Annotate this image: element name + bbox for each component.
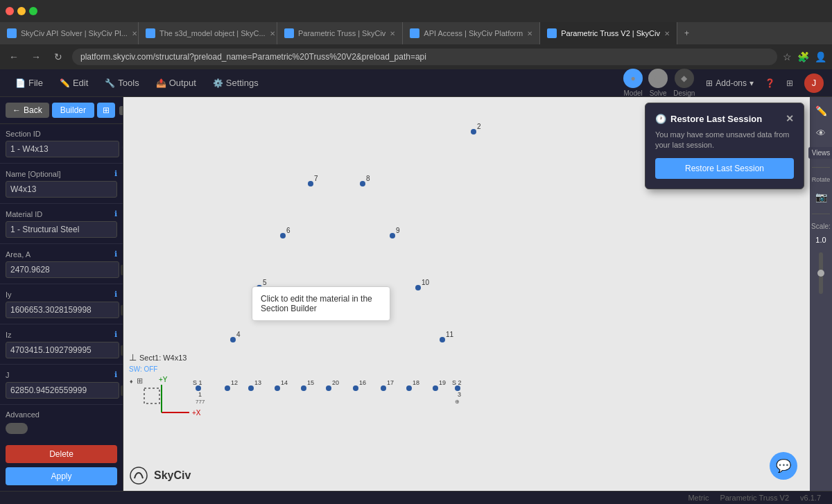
settings-menu[interactable]: ⚙️ Settings xyxy=(206,75,266,91)
mode-design-btn[interactable]: ◆ Design xyxy=(673,69,695,97)
node-label-11: 11 xyxy=(446,331,454,338)
back-button[interactable]: ← Back xyxy=(6,103,49,118)
parametric-label: Parametric Truss V2 xyxy=(720,494,789,502)
chat-fab-btn[interactable]: 💬 xyxy=(770,452,797,480)
canvas-area[interactable]: Click to edit the material in the Sectio… xyxy=(123,97,832,491)
name-info-icon[interactable]: ℹ xyxy=(114,169,117,178)
restore-modal-body: You may have some unsaved data from your… xyxy=(655,130,794,151)
restore-session-button[interactable]: Restore Last Session xyxy=(655,158,794,179)
node-19[interactable] xyxy=(433,385,438,391)
node-label-12: 12 xyxy=(231,379,238,386)
node-15[interactable] xyxy=(301,385,306,391)
builder-button[interactable]: Builder xyxy=(52,103,94,118)
j-info-icon[interactable]: ℹ xyxy=(114,370,117,379)
tools-menu[interactable]: 🔧 Tools xyxy=(98,75,146,91)
tab-close-1[interactable]: ✕ xyxy=(132,30,137,37)
scale-slider[interactable] xyxy=(819,252,823,294)
new-tab-btn[interactable]: + xyxy=(677,22,696,44)
node-12[interactable] xyxy=(225,385,230,391)
node-2[interactable] xyxy=(471,129,476,134)
advanced-toggle[interactable] xyxy=(6,423,28,434)
node-6[interactable] xyxy=(280,233,286,238)
grid-view-button[interactable]: ⊞ xyxy=(97,103,115,118)
iy-input-row: mm⁴ xyxy=(6,302,117,318)
area-info-icon[interactable]: ℹ xyxy=(114,250,117,259)
j-label: J ℹ xyxy=(6,370,117,379)
tab-3[interactable]: Parametric Truss | SkyCiv ✕ xyxy=(277,22,403,44)
profile-icon[interactable]: 👤 xyxy=(815,51,826,62)
node-11[interactable] xyxy=(440,337,445,342)
section-id-row: 🔍 ▾ xyxy=(6,141,117,157)
tab-close-4[interactable]: ✕ xyxy=(527,30,532,37)
node-18[interactable] xyxy=(406,385,412,391)
material-info-icon[interactable]: ℹ xyxy=(114,209,117,218)
pencil-icon[interactable]: ✏️ xyxy=(813,103,829,119)
section-symbol: ⊥ xyxy=(129,352,137,363)
area-input[interactable] xyxy=(6,261,119,278)
node-9[interactable] xyxy=(390,233,395,238)
sidebar-header: ← Back Builder ⊞ ■ xyxy=(0,97,123,124)
maximize-window-btn[interactable] xyxy=(29,7,37,15)
iy-input[interactable] xyxy=(6,302,119,318)
j-input[interactable] xyxy=(6,382,119,399)
tab-5[interactable]: Parametric Truss V2 | SkyCiv ✕ xyxy=(540,22,677,44)
tab-close-2[interactable]: ✕ xyxy=(270,30,275,37)
addons-menu[interactable]: ⊞ Add-ons ▾ xyxy=(706,78,754,88)
node-8[interactable] xyxy=(360,181,365,186)
file-menu[interactable]: 📄 File xyxy=(8,75,50,91)
iz-input[interactable] xyxy=(6,342,119,358)
tab-close-3[interactable]: ✕ xyxy=(390,30,395,37)
tab-close-5[interactable]: ✕ xyxy=(664,30,670,37)
address-bar: ← → ↻ platform.skyciv.com/structural?pre… xyxy=(0,44,832,69)
node-s1[interactable] xyxy=(196,385,201,391)
camera-icon[interactable]: 📷 xyxy=(813,189,829,205)
apps-btn[interactable]: ⊞ xyxy=(786,78,793,88)
mode-model-label: Model xyxy=(624,89,643,97)
avatar[interactable]: J xyxy=(804,73,824,93)
back-nav-btn[interactable]: ← xyxy=(6,51,22,62)
browser-chrome xyxy=(0,0,832,22)
mode-model-btn[interactable]: ● Model xyxy=(623,69,643,97)
name-input[interactable] xyxy=(6,181,117,198)
delete-button[interactable]: Delete xyxy=(6,445,117,463)
close-window-btn[interactable] xyxy=(6,7,14,15)
forward-nav-btn[interactable]: → xyxy=(28,51,44,62)
views-button[interactable]: Views xyxy=(808,147,832,159)
tab-1[interactable]: SkyCiv API Solver | SkyCiv Pl... ✕ xyxy=(0,22,139,44)
main-area: ← Back Builder ⊞ ■ Section ID 🔍 ▾ xyxy=(0,97,832,491)
extensions-icon[interactable]: 🧩 xyxy=(797,51,809,62)
refresh-btn[interactable]: ↻ xyxy=(50,51,67,62)
iz-info-icon[interactable]: ℹ xyxy=(114,330,117,339)
node-label-s1: S 1 xyxy=(193,379,202,386)
node-4[interactable] xyxy=(230,337,236,342)
j-field: J ℹ mm⁴ xyxy=(0,365,123,405)
node-label-6: 6 xyxy=(286,227,291,234)
eye-icon[interactable]: 👁 xyxy=(813,125,829,141)
node-10[interactable] xyxy=(415,285,421,290)
section-id-input[interactable] xyxy=(6,141,119,157)
bookmark-icon[interactable]: ☆ xyxy=(783,51,792,62)
tab-label-4: API Access | SkyCiv Platform xyxy=(424,29,523,37)
tab-label-3: Parametric Truss | SkyCiv xyxy=(298,29,385,37)
node-13[interactable] xyxy=(248,385,254,391)
edit-menu[interactable]: ✏️ Edit xyxy=(53,75,95,91)
node-7[interactable] xyxy=(308,181,313,186)
apply-button[interactable]: Apply xyxy=(6,467,117,485)
node-label-17: 17 xyxy=(387,379,394,386)
help-btn[interactable]: ❓ xyxy=(765,78,775,88)
tab-4[interactable]: API Access | SkyCiv Platform ✕ xyxy=(403,22,540,44)
output-menu[interactable]: 📤 Output xyxy=(149,75,203,91)
mode-solve-btn[interactable]: ◐ Solve xyxy=(648,69,668,97)
node-14[interactable] xyxy=(275,385,280,391)
restore-close-btn[interactable]: ✕ xyxy=(786,113,794,124)
node-20[interactable] xyxy=(326,385,331,391)
node-s2[interactable] xyxy=(455,385,460,391)
node-label-1: 1 xyxy=(198,391,202,398)
node-16[interactable] xyxy=(353,385,358,391)
tab-2[interactable]: The s3d_model object | SkyC... ✕ xyxy=(139,22,277,44)
node-17[interactable] xyxy=(381,385,386,391)
iy-info-icon[interactable]: ℹ xyxy=(114,290,117,299)
url-input[interactable]: platform.skyciv.com/structural?preload_n… xyxy=(72,49,777,65)
minimize-window-btn[interactable] xyxy=(17,7,26,15)
material-id-input[interactable] xyxy=(6,221,117,238)
